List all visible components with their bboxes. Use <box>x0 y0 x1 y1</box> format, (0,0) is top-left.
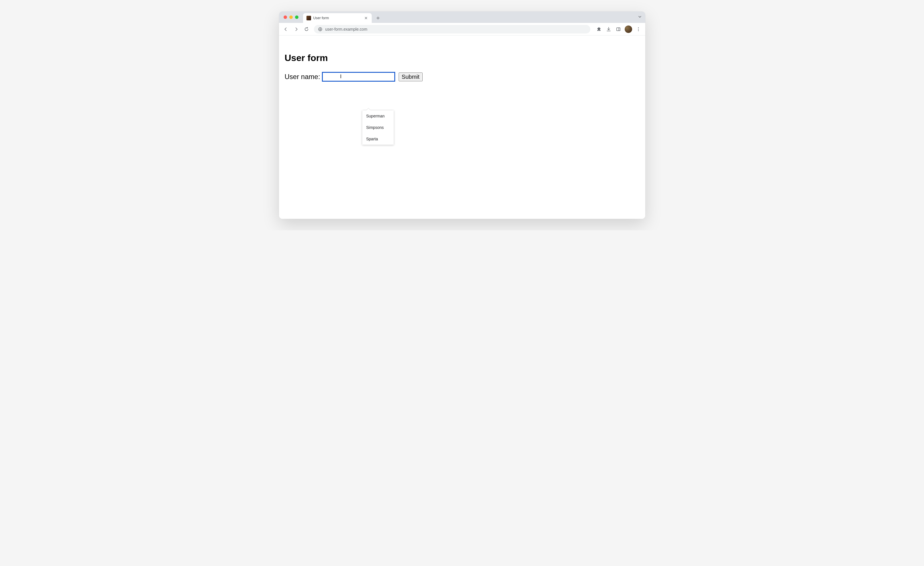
url-text: user-form.example.com <box>326 27 586 32</box>
tab-close-icon[interactable] <box>364 16 368 20</box>
autocomplete-dropdown: Superman Simpsons Sparta <box>362 110 394 145</box>
page-title: User form <box>285 53 639 63</box>
browser-toolbar: user-form.example.com <box>279 23 645 36</box>
profile-avatar[interactable] <box>625 26 632 33</box>
tab-title: User form <box>314 16 362 20</box>
username-input[interactable] <box>322 72 395 82</box>
tab-strip: User form <box>279 12 645 23</box>
site-info-icon[interactable] <box>318 27 322 32</box>
window-traffic-lights <box>282 12 301 23</box>
username-label: User name: <box>285 73 320 81</box>
page-content: User form User name: I Submit Superman S… <box>279 36 645 219</box>
extensions-icon[interactable] <box>594 25 603 34</box>
autocomplete-item[interactable]: Sparta <box>362 133 394 145</box>
kebab-menu-icon[interactable] <box>634 25 643 34</box>
reload-button[interactable] <box>302 25 311 34</box>
autocomplete-item[interactable]: Superman <box>362 110 394 122</box>
svg-point-2 <box>638 27 639 28</box>
user-form-row: User name: I Submit <box>285 72 639 82</box>
new-tab-button[interactable] <box>374 14 382 22</box>
address-bar[interactable]: user-form.example.com <box>314 25 590 33</box>
window-minimize-icon[interactable] <box>289 15 293 19</box>
window-close-icon[interactable] <box>284 15 287 19</box>
forward-button[interactable] <box>292 25 301 34</box>
browser-tab[interactable]: User form <box>303 13 372 23</box>
window-maximize-icon[interactable] <box>295 15 298 19</box>
tabs-menu-icon[interactable] <box>638 15 642 20</box>
autocomplete-item[interactable]: Simpsons <box>362 122 394 133</box>
browser-window: User form user-form.example <box>279 12 645 219</box>
svg-point-4 <box>638 30 639 31</box>
submit-button[interactable]: Submit <box>399 72 423 81</box>
side-panel-icon[interactable] <box>614 25 623 34</box>
svg-point-3 <box>638 29 639 30</box>
back-button[interactable] <box>281 25 291 34</box>
favicon-icon <box>306 16 311 20</box>
downloads-icon[interactable] <box>604 25 613 34</box>
svg-rect-1 <box>616 27 620 31</box>
